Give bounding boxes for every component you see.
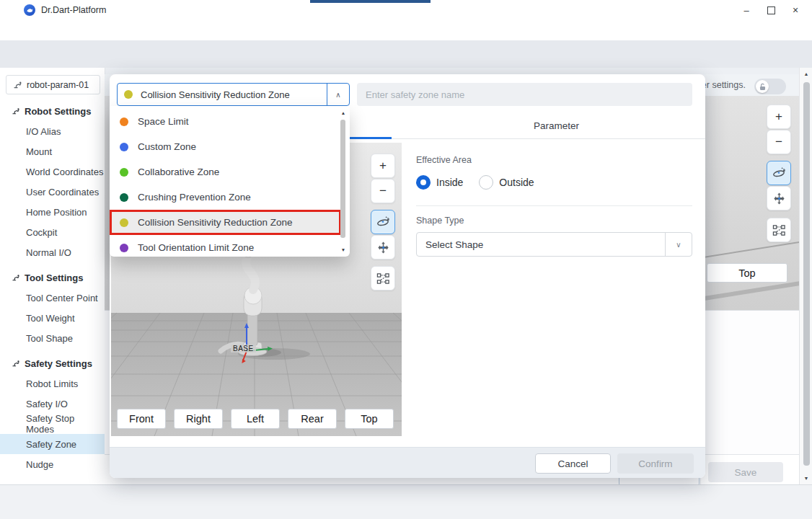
sidebar-header[interactable]: robot-param-01 xyxy=(6,75,100,94)
measure-icon xyxy=(772,223,786,237)
sidebar-item-tool-center-point[interactable]: Tool Center Point xyxy=(0,288,105,308)
chevron-down-icon: ∨ xyxy=(665,233,692,256)
zone-option-space-limit[interactable]: Space Limit xyxy=(110,109,341,134)
zoom-in-button[interactable]: + xyxy=(371,154,395,178)
scroll-up-icon[interactable]: ▲ xyxy=(339,110,348,115)
safety-lock-toggle[interactable] xyxy=(754,79,786,94)
sidebar-section-robot-settings: Robot Settings xyxy=(0,101,105,121)
radio-inside[interactable] xyxy=(416,175,431,190)
sidebar-section-tool-settings: Tool Settings xyxy=(0,267,105,288)
zoom-out-button[interactable]: − xyxy=(371,179,395,203)
top-toolbar: Manual Servo Off robot-param-01 ∨ 522033… xyxy=(0,20,812,41)
shape-type-placeholder: Select Shape xyxy=(417,239,665,250)
base-frame-label: BASE xyxy=(231,345,256,352)
zone-type-select[interactable]: Collision Sensitivity Reduction Zone ∧ xyxy=(117,83,350,106)
minus-icon: − xyxy=(775,135,782,149)
rotate-view-button[interactable] xyxy=(371,210,395,234)
sidebar-item-normal-io[interactable]: Normal I/O xyxy=(0,242,105,262)
sidebar-item-nudge[interactable]: Nudge xyxy=(0,454,105,474)
zone-option-tool-orientation-limit-zone[interactable]: Tool Orientation Limit Zone xyxy=(110,235,341,257)
application-window: Dr.Dart-Platform – × Manual Servo Off ro… xyxy=(0,0,812,519)
pan-view-button[interactable] xyxy=(371,235,395,260)
tab-parameter[interactable]: Parameter xyxy=(407,112,705,139)
zone-color-dot xyxy=(120,218,128,227)
sidebar-item-tool-shape[interactable]: Tool Shape xyxy=(0,328,105,348)
radio-inside-label: Inside xyxy=(436,177,463,188)
titlebar: Dr.Dart-Platform – × xyxy=(0,0,812,21)
section-title: Safety Settings xyxy=(25,358,92,369)
sidebar-item-cockpit[interactable]: Cockpit xyxy=(0,222,105,242)
zone-option-collaborative-zone[interactable]: Collaborative Zone xyxy=(110,159,341,185)
sidebar-header-label: robot-param-01 xyxy=(27,80,89,90)
radio-outside-label: Outside xyxy=(499,177,534,188)
view-top-button[interactable]: Top xyxy=(345,409,394,429)
bottom-dock: Servo Supervisor ∧ Manual ∧ xyxy=(0,484,812,519)
section-title: Tool Settings xyxy=(25,272,83,283)
robot-icon xyxy=(12,107,20,115)
plus-icon: + xyxy=(775,110,782,124)
dialog-footer: Cancel Confirm xyxy=(110,447,705,478)
shape-type-select[interactable]: Select Shape ∨ xyxy=(416,232,692,257)
panel-divider xyxy=(416,205,692,206)
main-zoom-out-button[interactable]: − xyxy=(767,130,791,154)
dropdown-scrollbar[interactable]: ▲ ▼ xyxy=(339,110,348,252)
measure-icon xyxy=(376,272,390,285)
scroll-up-icon[interactable]: ▲ xyxy=(800,71,812,76)
view-left-button[interactable]: Left xyxy=(231,409,280,429)
unlock-icon xyxy=(756,80,769,93)
zone-name-input[interactable] xyxy=(357,83,692,106)
view-right-button[interactable]: Right xyxy=(174,409,223,429)
zone-option-custom-zone[interactable]: Custom Zone xyxy=(110,134,341,159)
scroll-down-icon[interactable]: ▼ xyxy=(800,476,812,481)
sidebar-item-mount[interactable]: Mount xyxy=(0,141,105,161)
main-zoom-in-button[interactable]: + xyxy=(767,105,791,129)
zone-type-value: Collision Sensitivity Reduction Zone xyxy=(133,89,327,100)
sidebar-item-home-position[interactable]: Home Position xyxy=(0,202,105,222)
scrollbar-thumb[interactable] xyxy=(803,82,810,466)
cancel-button[interactable]: Cancel xyxy=(535,453,611,474)
main-pan-view-button[interactable] xyxy=(767,186,791,210)
floor-edge-band xyxy=(689,280,799,303)
main-view-top-button[interactable]: Top xyxy=(707,263,787,283)
sidebar-item-robot-limits[interactable]: Robot Limits xyxy=(0,373,105,394)
sidebar-item-safety-stop-modes[interactable]: Safety Stop Modes xyxy=(0,414,105,434)
radio-outside[interactable] xyxy=(479,175,493,190)
app-title: Dr.Dart-Platform xyxy=(41,5,106,15)
zone-option-label: Collision Sensitivity Reduction Zone xyxy=(138,217,293,228)
zone-color-dot xyxy=(120,168,128,177)
maximize-button[interactable] xyxy=(759,2,783,18)
main-measure-button[interactable] xyxy=(767,218,791,242)
close-button[interactable]: × xyxy=(783,2,808,18)
pan-move-icon xyxy=(772,192,786,205)
sidebar-item-io-alias[interactable]: I/O Alias xyxy=(0,121,105,141)
sidebar-section-safety-settings: Safety Settings xyxy=(0,353,105,373)
page-scrollbar[interactable]: ▲ ▼ xyxy=(799,68,812,484)
measure-button[interactable] xyxy=(371,266,395,290)
sidebar-item-tool-weight[interactable]: Tool Weight xyxy=(0,308,105,328)
main-rotate-view-button[interactable] xyxy=(767,161,791,185)
sidebar-nav: Robot Settings I/O Alias Mount World Coo… xyxy=(0,101,105,474)
zone-option-label: Space Limit xyxy=(138,116,189,127)
zone-color-dot xyxy=(120,193,128,202)
minimize-button[interactable]: – xyxy=(734,2,759,18)
orbit-rotate-icon xyxy=(772,166,786,180)
sidebar-item-user-coordinates[interactable]: User Coordinates xyxy=(0,182,105,202)
plus-icon: + xyxy=(379,159,387,173)
save-button[interactable]: Save xyxy=(708,462,783,482)
zone-option-collision-sensitivity-reduction-zone[interactable]: Collision Sensitivity Reduction Zone xyxy=(110,210,341,235)
zone-color-dot xyxy=(120,244,128,252)
zone-type-dropdown-list: Space Limit Custom Zone Collaborative Zo… xyxy=(110,106,350,257)
view-front-button[interactable]: Front xyxy=(117,409,166,429)
confirm-button[interactable]: Confirm xyxy=(617,453,694,474)
tab-bar: Home × Robot Parameters × xyxy=(0,40,812,68)
sidebar-item-safety-io[interactable]: Safety I/O xyxy=(0,394,105,414)
effective-area-label: Effective Area xyxy=(416,155,472,165)
sidebar-item-world-coordinates[interactable]: World Coordinates xyxy=(0,161,105,182)
view-rear-button[interactable]: Rear xyxy=(288,409,337,429)
scrollbar-thumb[interactable] xyxy=(340,120,345,238)
scroll-down-icon[interactable]: ▼ xyxy=(339,247,348,252)
maximize-icon xyxy=(767,6,775,14)
zone-color-dot xyxy=(120,117,128,126)
sidebar-item-safety-zone[interactable]: Safety Zone xyxy=(0,434,105,454)
zone-option-crushing-prevention-zone[interactable]: Crushing Prevention Zone xyxy=(110,185,341,210)
